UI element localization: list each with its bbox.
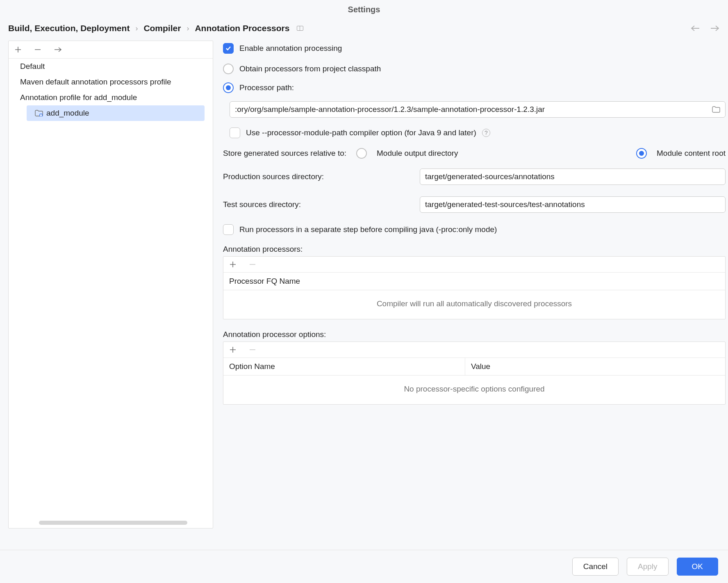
store-relative-to-label: Store generated sources relative to: bbox=[223, 149, 346, 158]
remove-icon[interactable] bbox=[34, 46, 41, 53]
tree-item-module[interactable]: add_module bbox=[27, 105, 205, 121]
tree-item-maven-default[interactable]: Maven default annotation processors prof… bbox=[9, 74, 213, 90]
breadcrumb-item-annotation-processors[interactable]: Annotation Processors bbox=[195, 23, 289, 33]
detach-window-icon[interactable] bbox=[297, 26, 303, 31]
processor-path-label: Processor path: bbox=[239, 83, 294, 92]
processors-empty-text: Compiler will run all automatically disc… bbox=[223, 290, 725, 319]
browse-folder-icon[interactable] bbox=[712, 106, 720, 113]
dialog-footer: Cancel Apply OK bbox=[0, 550, 728, 583]
tree-toolbar bbox=[9, 41, 213, 59]
breadcrumb-item-build[interactable]: Build, Execution, Deployment bbox=[8, 23, 130, 33]
tree-item-default[interactable]: Default bbox=[9, 59, 213, 74]
add-processor-icon[interactable] bbox=[229, 261, 237, 268]
annotation-processors-table: Processor FQ Name Compiler will run all … bbox=[223, 256, 726, 319]
enable-annotation-processing-checkbox[interactable] bbox=[223, 43, 234, 54]
test-sources-dir-value: target/generated-test-sources/test-annot… bbox=[425, 200, 585, 209]
enable-annotation-processing-label: Enable annotation processing bbox=[239, 44, 342, 53]
option-value-column: Value bbox=[465, 358, 725, 375]
svg-rect-0 bbox=[40, 114, 42, 116]
annotation-processor-options-table: Option Name Value No processor-specific … bbox=[223, 342, 726, 405]
option-name-column: Option Name bbox=[223, 358, 465, 375]
separate-step-checkbox[interactable] bbox=[223, 224, 234, 235]
nav-back-icon[interactable] bbox=[690, 25, 700, 32]
processor-path-value: :ory/org/sample/sample-annotation-proces… bbox=[235, 105, 545, 114]
tree-item-add-module-profile[interactable]: Annotation profile for add_module bbox=[9, 90, 213, 105]
profiles-tree: Default Maven default annotation process… bbox=[8, 41, 213, 528]
test-sources-dir-label: Test sources directory: bbox=[223, 200, 408, 209]
obtain-from-classpath-radio[interactable] bbox=[223, 64, 234, 74]
tree-item-label: add_module bbox=[46, 109, 89, 118]
annotation-processor-options-header: Annotation processor options: bbox=[223, 330, 726, 339]
settings-form: Enable annotation processing Obtain proc… bbox=[223, 41, 726, 528]
production-sources-dir-input[interactable]: target/generated-sources/annotations bbox=[420, 169, 726, 185]
module-output-dir-label: Module output directory bbox=[377, 149, 458, 158]
module-output-dir-radio[interactable] bbox=[356, 148, 367, 159]
production-sources-dir-label: Production sources directory: bbox=[223, 172, 408, 181]
processor-path-input[interactable]: :ory/org/sample/sample-annotation-proces… bbox=[230, 101, 726, 118]
processor-path-radio[interactable] bbox=[223, 82, 234, 93]
options-empty-text: No processor-specific options configured bbox=[223, 376, 725, 404]
breadcrumb: Build, Execution, Deployment › Compiler … bbox=[0, 18, 728, 41]
move-icon[interactable] bbox=[54, 46, 62, 53]
breadcrumb-item-compiler[interactable]: Compiler bbox=[143, 23, 181, 33]
module-folder-icon bbox=[35, 110, 43, 116]
production-sources-dir-value: target/generated-sources/annotations bbox=[425, 172, 555, 181]
horizontal-scrollbar[interactable] bbox=[39, 521, 187, 525]
window-title: Settings bbox=[0, 0, 728, 18]
separate-step-label: Run processors in a separate step before… bbox=[239, 225, 497, 234]
breadcrumb-separator: › bbox=[187, 24, 189, 33]
obtain-from-classpath-label: Obtain processors from project classpath bbox=[239, 64, 381, 73]
help-icon[interactable]: ? bbox=[482, 129, 490, 137]
cancel-button[interactable]: Cancel bbox=[572, 558, 619, 576]
apply-button[interactable]: Apply bbox=[627, 558, 669, 576]
processor-module-path-checkbox[interactable] bbox=[230, 128, 240, 138]
annotation-processors-header: Annotation processors: bbox=[223, 245, 726, 254]
ok-button[interactable]: OK bbox=[677, 558, 718, 576]
test-sources-dir-input[interactable]: target/generated-test-sources/test-annot… bbox=[420, 196, 726, 213]
processor-fqname-column: Processor FQ Name bbox=[223, 273, 725, 290]
module-content-root-label: Module content root bbox=[657, 149, 726, 158]
add-option-icon[interactable] bbox=[229, 346, 237, 353]
remove-option-icon[interactable] bbox=[249, 346, 256, 353]
add-icon[interactable] bbox=[14, 46, 22, 53]
nav-forward-icon[interactable] bbox=[710, 25, 720, 32]
module-content-root-radio[interactable] bbox=[636, 148, 647, 159]
processor-module-path-label: Use --processor-module-path compiler opt… bbox=[246, 128, 476, 137]
remove-processor-icon[interactable] bbox=[249, 261, 256, 268]
breadcrumb-separator: › bbox=[135, 24, 138, 33]
